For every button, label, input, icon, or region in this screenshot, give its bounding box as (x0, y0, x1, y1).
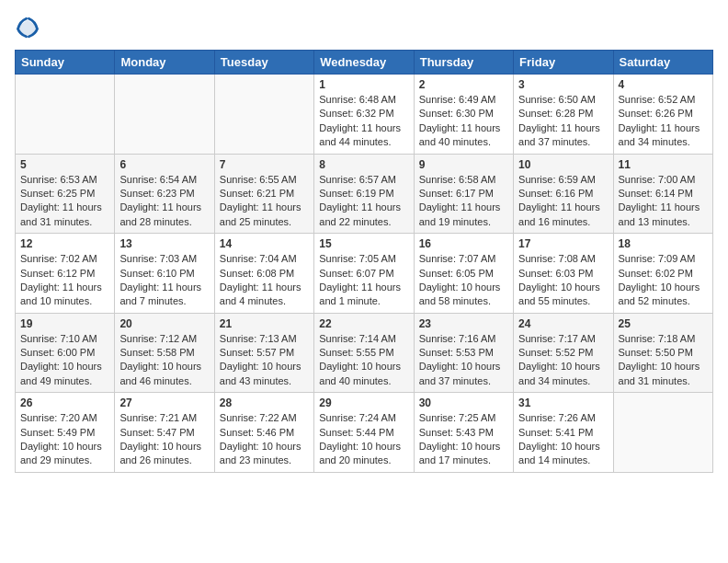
sunrise-text: Sunrise: 6:53 AM (20, 174, 97, 185)
day-number: 9 (419, 158, 508, 171)
daylight-text: Daylight: 11 hours and 28 minutes. (119, 201, 201, 226)
day-number: 3 (518, 78, 608, 91)
day-info: Sunrise: 7:07 AMSunset: 6:05 PMDaylight:… (419, 252, 508, 309)
week-row-5: 26Sunrise: 7:20 AMSunset: 5:49 PMDayligh… (16, 393, 713, 473)
day-info: Sunrise: 6:49 AMSunset: 6:30 PMDaylight:… (419, 93, 508, 150)
day-info: Sunrise: 7:14 AMSunset: 5:55 PMDaylight:… (319, 332, 408, 389)
sunset-text: Sunset: 6:14 PM (619, 188, 693, 199)
daylight-text: Daylight: 11 hours and 19 minutes. (419, 201, 501, 226)
day-info: Sunrise: 7:22 AMSunset: 5:46 PMDaylight:… (220, 411, 309, 468)
sunrise-text: Sunrise: 6:52 AM (619, 94, 696, 105)
sunrise-text: Sunrise: 6:48 AM (319, 94, 396, 105)
daylight-text: Daylight: 10 hours and 58 minutes. (419, 282, 501, 306)
day-info: Sunrise: 6:53 AMSunset: 6:25 PMDaylight:… (20, 173, 109, 230)
day-header-thursday: Thursday (414, 51, 513, 75)
sunset-text: Sunset: 5:57 PM (220, 347, 294, 358)
sunrise-text: Sunrise: 6:49 AM (419, 94, 496, 105)
calendar-table: SundayMondayTuesdayWednesdayThursdayFrid… (15, 50, 713, 473)
week-row-3: 12Sunrise: 7:02 AMSunset: 6:12 PMDayligh… (16, 234, 713, 314)
sunset-text: Sunset: 5:55 PM (319, 347, 393, 358)
daylight-text: Daylight: 10 hours and 23 minutes. (220, 441, 301, 465)
day-number: 16 (419, 237, 508, 250)
day-cell: 29Sunrise: 7:24 AMSunset: 5:44 PMDayligh… (314, 393, 414, 473)
sunrise-text: Sunrise: 7:03 AM (119, 253, 197, 264)
sunset-text: Sunset: 5:49 PM (20, 427, 95, 438)
day-info: Sunrise: 7:24 AMSunset: 5:44 PMDaylight:… (319, 411, 408, 468)
day-info: Sunrise: 7:21 AMSunset: 5:47 PMDaylight:… (119, 411, 209, 468)
day-info: Sunrise: 6:59 AMSunset: 6:16 PMDaylight:… (518, 173, 608, 230)
day-cell: 15Sunrise: 7:05 AMSunset: 6:07 PMDayligh… (314, 234, 414, 314)
sunrise-text: Sunrise: 7:07 AM (419, 253, 496, 264)
daylight-text: Daylight: 11 hours and 34 minutes. (619, 122, 700, 147)
day-info: Sunrise: 7:17 AMSunset: 5:52 PMDaylight:… (518, 332, 608, 389)
day-cell (214, 75, 313, 155)
sunset-text: Sunset: 5:41 PM (518, 427, 593, 438)
day-cell: 28Sunrise: 7:22 AMSunset: 5:46 PMDayligh… (214, 393, 313, 473)
sunrise-text: Sunrise: 7:17 AM (518, 333, 596, 344)
sunrise-text: Sunrise: 7:14 AM (319, 333, 396, 344)
sunset-text: Sunset: 6:10 PM (119, 268, 194, 279)
day-number: 13 (119, 237, 209, 250)
sunrise-text: Sunrise: 7:26 AM (518, 412, 596, 423)
sunset-text: Sunset: 6:23 PM (119, 188, 194, 199)
sunrise-text: Sunrise: 7:09 AM (619, 253, 696, 264)
sunrise-text: Sunrise: 6:58 AM (419, 174, 496, 185)
daylight-text: Daylight: 11 hours and 1 minute. (319, 282, 401, 306)
sunrise-text: Sunrise: 7:22 AM (220, 412, 297, 423)
sunset-text: Sunset: 5:58 PM (119, 347, 194, 358)
week-row-1: 1Sunrise: 6:48 AMSunset: 6:32 PMDaylight… (16, 75, 713, 155)
day-info: Sunrise: 7:08 AMSunset: 6:03 PMDaylight:… (518, 252, 608, 309)
day-info: Sunrise: 7:04 AMSunset: 6:08 PMDaylight:… (220, 252, 309, 309)
day-info: Sunrise: 6:50 AMSunset: 6:28 PMDaylight:… (518, 93, 608, 150)
day-cell: 12Sunrise: 7:02 AMSunset: 6:12 PMDayligh… (16, 234, 115, 314)
day-number: 19 (20, 317, 109, 330)
day-header-wednesday: Wednesday (314, 51, 414, 75)
day-info: Sunrise: 7:18 AMSunset: 5:50 PMDaylight:… (619, 332, 708, 389)
daylight-text: Daylight: 10 hours and 29 minutes. (20, 441, 102, 465)
day-cell: 27Sunrise: 7:21 AMSunset: 5:47 PMDayligh… (115, 393, 214, 473)
daylight-text: Daylight: 10 hours and 17 minutes. (419, 441, 501, 465)
day-number: 23 (419, 317, 508, 330)
day-info: Sunrise: 7:13 AMSunset: 5:57 PMDaylight:… (220, 332, 309, 389)
sunrise-text: Sunrise: 7:00 AM (619, 174, 696, 185)
day-cell: 19Sunrise: 7:10 AMSunset: 6:00 PMDayligh… (16, 313, 115, 393)
day-cell: 22Sunrise: 7:14 AMSunset: 5:55 PMDayligh… (314, 313, 414, 393)
sunrise-text: Sunrise: 6:57 AM (319, 174, 396, 185)
page-header (15, 15, 713, 40)
sunset-text: Sunset: 6:00 PM (20, 347, 95, 358)
sunset-text: Sunset: 6:17 PM (419, 188, 494, 199)
daylight-text: Daylight: 10 hours and 43 minutes. (220, 361, 301, 385)
daylight-text: Daylight: 11 hours and 13 minutes. (619, 201, 700, 226)
daylight-text: Daylight: 10 hours and 34 minutes. (518, 361, 600, 385)
day-cell: 9Sunrise: 6:58 AMSunset: 6:17 PMDaylight… (414, 154, 513, 234)
day-info: Sunrise: 6:48 AMSunset: 6:32 PMDaylight:… (319, 93, 408, 150)
daylight-text: Daylight: 10 hours and 40 minutes. (319, 361, 401, 385)
day-cell: 2Sunrise: 6:49 AMSunset: 6:30 PMDaylight… (414, 75, 513, 155)
day-cell: 20Sunrise: 7:12 AMSunset: 5:58 PMDayligh… (115, 313, 214, 393)
day-number: 8 (319, 158, 408, 171)
sunset-text: Sunset: 6:26 PM (619, 108, 693, 119)
sunrise-text: Sunrise: 6:59 AM (518, 174, 596, 185)
daylight-text: Daylight: 11 hours and 16 minutes. (518, 201, 600, 226)
day-cell: 26Sunrise: 7:20 AMSunset: 5:49 PMDayligh… (16, 393, 115, 473)
sunrise-text: Sunrise: 7:13 AM (220, 333, 297, 344)
day-header-monday: Monday (115, 51, 214, 75)
day-number: 11 (619, 158, 708, 171)
day-info: Sunrise: 6:52 AMSunset: 6:26 PMDaylight:… (619, 93, 708, 150)
day-number: 6 (119, 158, 209, 171)
day-cell: 8Sunrise: 6:57 AMSunset: 6:19 PMDaylight… (314, 154, 414, 234)
day-header-tuesday: Tuesday (214, 51, 313, 75)
day-number: 24 (518, 317, 608, 330)
sunrise-text: Sunrise: 7:10 AM (20, 333, 97, 344)
day-info: Sunrise: 7:10 AMSunset: 6:00 PMDaylight:… (20, 332, 109, 389)
day-number: 7 (220, 158, 309, 171)
day-info: Sunrise: 7:03 AMSunset: 6:10 PMDaylight:… (119, 252, 209, 309)
sunrise-text: Sunrise: 7:16 AM (419, 333, 496, 344)
day-number: 2 (419, 78, 508, 91)
day-info: Sunrise: 6:54 AMSunset: 6:23 PMDaylight:… (119, 173, 209, 230)
day-info: Sunrise: 7:26 AMSunset: 5:41 PMDaylight:… (518, 411, 608, 468)
sunset-text: Sunset: 6:25 PM (20, 188, 95, 199)
day-info: Sunrise: 7:12 AMSunset: 5:58 PMDaylight:… (119, 332, 209, 389)
sunrise-text: Sunrise: 6:54 AM (119, 174, 197, 185)
sunrise-text: Sunrise: 7:08 AM (518, 253, 596, 264)
